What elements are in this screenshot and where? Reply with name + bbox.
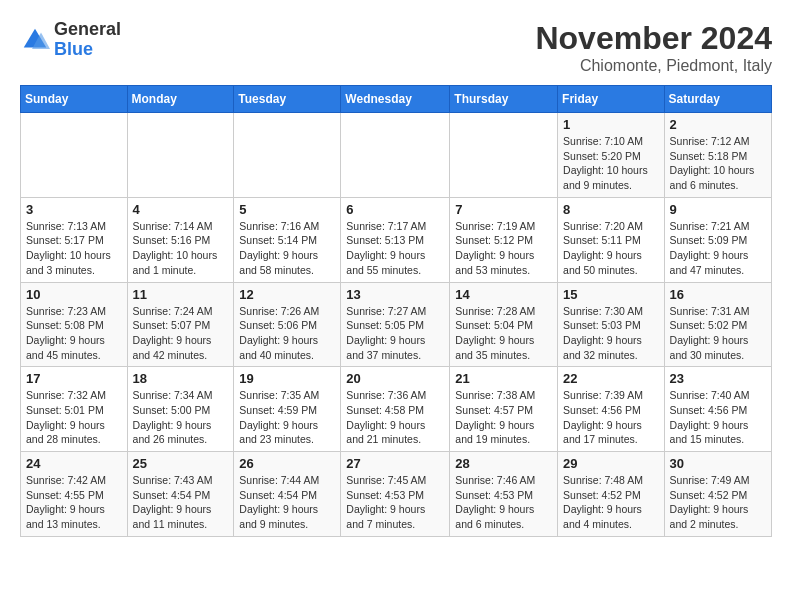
month-title: November 2024	[535, 20, 772, 57]
day-info: Sunrise: 7:21 AM Sunset: 5:09 PM Dayligh…	[670, 219, 766, 278]
calendar-cell: 23Sunrise: 7:40 AM Sunset: 4:56 PM Dayli…	[664, 367, 771, 452]
day-info: Sunrise: 7:17 AM Sunset: 5:13 PM Dayligh…	[346, 219, 444, 278]
day-number: 23	[670, 371, 766, 386]
day-number: 4	[133, 202, 229, 217]
calendar-cell: 16Sunrise: 7:31 AM Sunset: 5:02 PM Dayli…	[664, 282, 771, 367]
calendar-week-5: 24Sunrise: 7:42 AM Sunset: 4:55 PM Dayli…	[21, 452, 772, 537]
day-number: 1	[563, 117, 659, 132]
logo-blue: Blue	[54, 39, 93, 59]
day-info: Sunrise: 7:42 AM Sunset: 4:55 PM Dayligh…	[26, 473, 122, 532]
day-info: Sunrise: 7:46 AM Sunset: 4:53 PM Dayligh…	[455, 473, 552, 532]
day-number: 20	[346, 371, 444, 386]
day-info: Sunrise: 7:28 AM Sunset: 5:04 PM Dayligh…	[455, 304, 552, 363]
day-header-tuesday: Tuesday	[234, 86, 341, 113]
calendar-cell: 9Sunrise: 7:21 AM Sunset: 5:09 PM Daylig…	[664, 197, 771, 282]
calendar-cell	[341, 113, 450, 198]
day-number: 24	[26, 456, 122, 471]
calendar-cell: 3Sunrise: 7:13 AM Sunset: 5:17 PM Daylig…	[21, 197, 128, 282]
day-info: Sunrise: 7:20 AM Sunset: 5:11 PM Dayligh…	[563, 219, 659, 278]
day-info: Sunrise: 7:10 AM Sunset: 5:20 PM Dayligh…	[563, 134, 659, 193]
day-header-thursday: Thursday	[450, 86, 558, 113]
calendar-cell: 18Sunrise: 7:34 AM Sunset: 5:00 PM Dayli…	[127, 367, 234, 452]
day-info: Sunrise: 7:19 AM Sunset: 5:12 PM Dayligh…	[455, 219, 552, 278]
calendar-cell: 10Sunrise: 7:23 AM Sunset: 5:08 PM Dayli…	[21, 282, 128, 367]
day-info: Sunrise: 7:36 AM Sunset: 4:58 PM Dayligh…	[346, 388, 444, 447]
day-number: 3	[26, 202, 122, 217]
calendar-cell: 28Sunrise: 7:46 AM Sunset: 4:53 PM Dayli…	[450, 452, 558, 537]
day-info: Sunrise: 7:38 AM Sunset: 4:57 PM Dayligh…	[455, 388, 552, 447]
calendar-cell: 20Sunrise: 7:36 AM Sunset: 4:58 PM Dayli…	[341, 367, 450, 452]
day-number: 21	[455, 371, 552, 386]
day-info: Sunrise: 7:23 AM Sunset: 5:08 PM Dayligh…	[26, 304, 122, 363]
calendar-cell: 25Sunrise: 7:43 AM Sunset: 4:54 PM Dayli…	[127, 452, 234, 537]
calendar-cell: 8Sunrise: 7:20 AM Sunset: 5:11 PM Daylig…	[558, 197, 665, 282]
calendar-cell: 11Sunrise: 7:24 AM Sunset: 5:07 PM Dayli…	[127, 282, 234, 367]
day-header-friday: Friday	[558, 86, 665, 113]
calendar-table: SundayMondayTuesdayWednesdayThursdayFrid…	[20, 85, 772, 537]
calendar-cell: 27Sunrise: 7:45 AM Sunset: 4:53 PM Dayli…	[341, 452, 450, 537]
day-info: Sunrise: 7:48 AM Sunset: 4:52 PM Dayligh…	[563, 473, 659, 532]
calendar-cell	[127, 113, 234, 198]
calendar-week-1: 1Sunrise: 7:10 AM Sunset: 5:20 PM Daylig…	[21, 113, 772, 198]
day-info: Sunrise: 7:24 AM Sunset: 5:07 PM Dayligh…	[133, 304, 229, 363]
location: Chiomonte, Piedmont, Italy	[535, 57, 772, 75]
calendar-cell: 21Sunrise: 7:38 AM Sunset: 4:57 PM Dayli…	[450, 367, 558, 452]
day-number: 5	[239, 202, 335, 217]
day-header-monday: Monday	[127, 86, 234, 113]
day-info: Sunrise: 7:45 AM Sunset: 4:53 PM Dayligh…	[346, 473, 444, 532]
calendar-cell: 17Sunrise: 7:32 AM Sunset: 5:01 PM Dayli…	[21, 367, 128, 452]
day-number: 8	[563, 202, 659, 217]
day-info: Sunrise: 7:35 AM Sunset: 4:59 PM Dayligh…	[239, 388, 335, 447]
calendar-cell: 12Sunrise: 7:26 AM Sunset: 5:06 PM Dayli…	[234, 282, 341, 367]
day-number: 28	[455, 456, 552, 471]
calendar-cell	[450, 113, 558, 198]
day-info: Sunrise: 7:43 AM Sunset: 4:54 PM Dayligh…	[133, 473, 229, 532]
calendar-cell: 13Sunrise: 7:27 AM Sunset: 5:05 PM Dayli…	[341, 282, 450, 367]
day-number: 26	[239, 456, 335, 471]
day-number: 9	[670, 202, 766, 217]
day-info: Sunrise: 7:32 AM Sunset: 5:01 PM Dayligh…	[26, 388, 122, 447]
calendar-cell: 19Sunrise: 7:35 AM Sunset: 4:59 PM Dayli…	[234, 367, 341, 452]
logo-general: General	[54, 19, 121, 39]
day-number: 17	[26, 371, 122, 386]
day-info: Sunrise: 7:49 AM Sunset: 4:52 PM Dayligh…	[670, 473, 766, 532]
calendar-cell	[234, 113, 341, 198]
day-number: 19	[239, 371, 335, 386]
day-number: 30	[670, 456, 766, 471]
day-number: 11	[133, 287, 229, 302]
header: General Blue November 2024 Chiomonte, Pi…	[20, 20, 772, 75]
day-number: 27	[346, 456, 444, 471]
logo-text: General Blue	[54, 20, 121, 60]
day-info: Sunrise: 7:13 AM Sunset: 5:17 PM Dayligh…	[26, 219, 122, 278]
day-number: 15	[563, 287, 659, 302]
calendar-cell: 7Sunrise: 7:19 AM Sunset: 5:12 PM Daylig…	[450, 197, 558, 282]
day-info: Sunrise: 7:39 AM Sunset: 4:56 PM Dayligh…	[563, 388, 659, 447]
calendar-cell: 15Sunrise: 7:30 AM Sunset: 5:03 PM Dayli…	[558, 282, 665, 367]
day-info: Sunrise: 7:31 AM Sunset: 5:02 PM Dayligh…	[670, 304, 766, 363]
day-header-wednesday: Wednesday	[341, 86, 450, 113]
calendar-cell: 30Sunrise: 7:49 AM Sunset: 4:52 PM Dayli…	[664, 452, 771, 537]
calendar-cell: 4Sunrise: 7:14 AM Sunset: 5:16 PM Daylig…	[127, 197, 234, 282]
calendar-week-2: 3Sunrise: 7:13 AM Sunset: 5:17 PM Daylig…	[21, 197, 772, 282]
calendar-cell	[21, 113, 128, 198]
day-number: 13	[346, 287, 444, 302]
calendar-week-3: 10Sunrise: 7:23 AM Sunset: 5:08 PM Dayli…	[21, 282, 772, 367]
day-info: Sunrise: 7:40 AM Sunset: 4:56 PM Dayligh…	[670, 388, 766, 447]
day-number: 6	[346, 202, 444, 217]
day-info: Sunrise: 7:12 AM Sunset: 5:18 PM Dayligh…	[670, 134, 766, 193]
calendar-cell: 14Sunrise: 7:28 AM Sunset: 5:04 PM Dayli…	[450, 282, 558, 367]
calendar-week-4: 17Sunrise: 7:32 AM Sunset: 5:01 PM Dayli…	[21, 367, 772, 452]
day-info: Sunrise: 7:26 AM Sunset: 5:06 PM Dayligh…	[239, 304, 335, 363]
logo-icon	[20, 25, 50, 55]
day-number: 29	[563, 456, 659, 471]
day-number: 12	[239, 287, 335, 302]
day-number: 10	[26, 287, 122, 302]
day-header-sunday: Sunday	[21, 86, 128, 113]
day-info: Sunrise: 7:16 AM Sunset: 5:14 PM Dayligh…	[239, 219, 335, 278]
day-number: 22	[563, 371, 659, 386]
day-number: 16	[670, 287, 766, 302]
title-block: November 2024 Chiomonte, Piedmont, Italy	[535, 20, 772, 75]
calendar-cell: 22Sunrise: 7:39 AM Sunset: 4:56 PM Dayli…	[558, 367, 665, 452]
logo: General Blue	[20, 20, 121, 60]
calendar-cell: 24Sunrise: 7:42 AM Sunset: 4:55 PM Dayli…	[21, 452, 128, 537]
